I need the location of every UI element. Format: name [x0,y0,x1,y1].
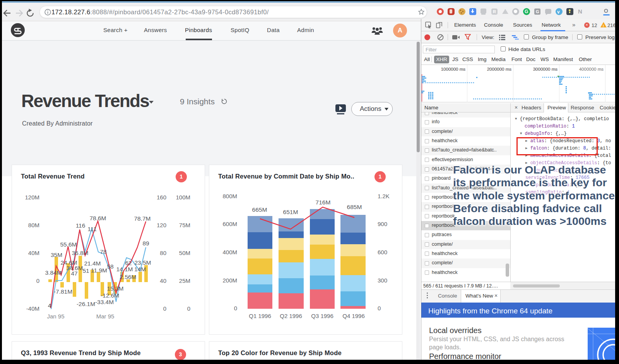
svg-text:116: 116 [76,222,85,229]
svg-text:75M: 75M [179,222,190,228]
svg-text:Q1 1996: Q1 1996 [249,313,271,319]
svg-text:600: 600 [378,249,387,255]
svg-text:120: 120 [157,222,166,228]
svg-text:651M: 651M [283,209,298,215]
svg-text:89: 89 [142,240,149,247]
svg-text:36.8M: 36.8M [72,250,88,256]
svg-text:4: 4 [48,302,51,309]
svg-text:120M: 120M [25,194,39,201]
svg-text:0: 0 [163,305,166,312]
svg-text:665M: 665M [252,206,267,213]
svg-text:21.4M: 21.4M [84,260,101,267]
svg-text:55.6M: 55.6M [60,241,77,248]
svg-text:0: 0 [234,305,237,311]
svg-text:58: 58 [107,263,113,270]
svg-text:900: 900 [378,221,387,227]
svg-text:-12.6M: -12.6M [101,292,119,299]
svg-text:51: 51 [82,267,89,274]
svg-text:14M: 14M [134,266,146,272]
svg-text:25M: 25M [179,277,190,284]
svg-text:78: 78 [100,248,106,255]
svg-text:160: 160 [157,194,166,201]
svg-text:2.56M: 2.56M [120,274,136,280]
svg-text:23.5M: 23.5M [134,259,151,266]
svg-text:Mar 95: Mar 95 [96,313,115,320]
svg-text:400M: 400M [222,249,237,255]
svg-text:50M: 50M [179,250,190,256]
svg-text:78.6M: 78.6M [89,215,106,221]
svg-text:Q3 1996: Q3 1996 [311,313,333,319]
svg-text:685M: 685M [347,204,362,210]
svg-text:40M: 40M [28,250,39,256]
svg-text:Q2 1996: Q2 1996 [280,313,302,319]
svg-text:1.2K: 1.2K [378,193,390,199]
svg-text:80M: 80M [28,222,39,228]
svg-text:40: 40 [160,277,166,284]
svg-text:300: 300 [378,277,387,284]
svg-text:716M: 716M [316,199,331,206]
svg-text:0: 0 [187,305,190,312]
svg-text:Q4 1996: Q4 1996 [342,313,365,319]
svg-text:800M: 800M [222,193,237,199]
svg-text:111: 111 [87,226,97,232]
svg-text:78.7M: 78.7M [134,215,150,222]
svg-text:35M: 35M [51,252,62,258]
svg-text:3.84M: 3.84M [45,269,62,276]
svg-text:-33.4M: -33.4M [95,299,114,305]
svg-text:-40M: -40M [26,305,39,312]
svg-text:14.1M: 14.1M [116,266,133,272]
svg-text:11.9M: 11.9M [91,267,107,274]
svg-text:0: 0 [378,305,381,311]
svg-text:15.3M: 15.3M [107,285,123,292]
svg-text:62: 62 [125,260,132,266]
svg-text:600M: 600M [222,221,237,227]
svg-text:-26.1M: -26.1M [77,301,95,307]
svg-text:100M: 100M [176,194,190,201]
svg-text:-7.81M: -7.81M [54,288,72,295]
svg-text:200M: 200M [222,277,237,284]
svg-text:0: 0 [36,277,39,284]
svg-text:Jan 95: Jan 95 [47,313,64,320]
svg-text:47: 47 [71,270,77,277]
svg-text:80: 80 [160,250,166,256]
